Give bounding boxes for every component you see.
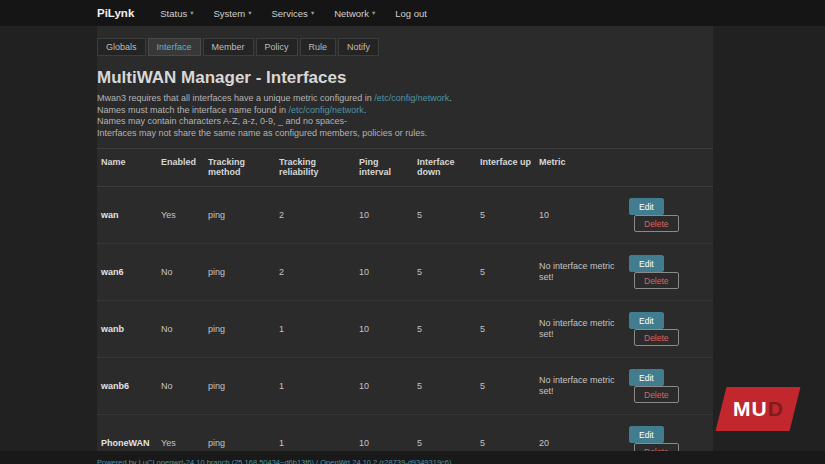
cell-interface-up: 5 [476, 301, 535, 358]
cell-tracking-reliability: 2 [275, 244, 355, 301]
cell-enabled: Yes [157, 187, 204, 244]
tab-globals[interactable]: Globals [97, 38, 146, 56]
header-metric: Metric [535, 149, 625, 187]
header-name: Name [97, 149, 157, 187]
cell-tracking-method: ping [204, 244, 275, 301]
header-tracking-method: Tracking method [204, 149, 275, 187]
config-network-link[interactable]: /etc/config/network [374, 93, 449, 103]
top-navbar: PiLynk Status ▾ System ▾ Services ▾ Netw… [0, 0, 825, 26]
table-row: wanb No ping 1 10 5 5 No interface metri… [97, 301, 713, 358]
cell-actions: Edit Delete [625, 358, 713, 415]
table-row: wanb6 No ping 1 10 5 5 No interface metr… [97, 358, 713, 415]
cell-tracking-method: ping [204, 301, 275, 358]
brand-logo[interactable]: PiLynk [97, 7, 134, 19]
header-enabled: Enabled [157, 149, 204, 187]
tab-rule[interactable]: Rule [300, 38, 337, 56]
cell-ping-interval: 10 [355, 358, 413, 415]
header-interface-up: Interface up [476, 149, 535, 187]
cell-ping-interval: 10 [355, 301, 413, 358]
cell-metric: No interface metric set! [535, 244, 625, 301]
edit-button[interactable]: Edit [629, 369, 664, 386]
page-title: MultiWAN Manager - Interfaces [97, 68, 713, 88]
description-line: Mwan3 requires that all interfaces have … [97, 93, 713, 105]
tab-policy[interactable]: Policy [256, 38, 298, 56]
cell-name: wan [97, 187, 157, 244]
cell-metric: No interface metric set! [535, 301, 625, 358]
table-row: wan Yes ping 2 10 5 5 10 Edit Delete [97, 187, 713, 244]
nav-logout-label: Log out [395, 8, 427, 19]
cell-enabled: No [157, 358, 204, 415]
delete-button[interactable]: Delete [634, 215, 679, 232]
header-interface-down: Interface down [413, 149, 476, 187]
cell-enabled: No [157, 244, 204, 301]
chevron-down-icon: ▾ [248, 9, 251, 17]
tab-notify[interactable]: Notify [338, 38, 379, 56]
mud-logo-mu: MU [733, 397, 768, 420]
description-text: . [449, 93, 452, 103]
nav-status[interactable]: Status ▾ [160, 8, 193, 19]
description-line: Names must match the interface name foun… [97, 105, 713, 117]
config-network-link[interactable]: /etc/config/network [289, 105, 364, 115]
description-line: Interfaces may not share the same name a… [97, 128, 713, 140]
description-line: Names may contain characters A-Z, a-z, 0… [97, 116, 713, 128]
cell-tracking-reliability: 1 [275, 358, 355, 415]
header-actions [625, 149, 713, 187]
table-header-row: Name Enabled Tracking method Tracking re… [97, 149, 713, 187]
mud-logo-text: MUD [733, 397, 784, 421]
cell-interface-down: 5 [413, 301, 476, 358]
cell-tracking-method: ping [204, 187, 275, 244]
edit-button[interactable]: Edit [629, 198, 664, 215]
nav-status-label: Status [160, 8, 187, 19]
edit-button[interactable]: Edit [629, 255, 664, 272]
cell-actions: Edit Delete [625, 187, 713, 244]
header-tracking-reliability: Tracking reliability [275, 149, 355, 187]
cell-interface-down: 5 [413, 244, 476, 301]
cell-metric: No interface metric set! [535, 358, 625, 415]
nav-network[interactable]: Network ▾ [334, 8, 375, 19]
nav-system[interactable]: System ▾ [213, 8, 251, 19]
cell-actions: Edit Delete [625, 301, 713, 358]
cell-name: wanb6 [97, 358, 157, 415]
nav-services-label: Services [271, 8, 307, 19]
cell-enabled: No [157, 301, 204, 358]
footer-bar: Powered by LuCI openwrt-24.10 branch (25… [0, 451, 825, 464]
delete-button[interactable]: Delete [634, 329, 679, 346]
cell-interface-down: 5 [413, 187, 476, 244]
cell-ping-interval: 10 [355, 244, 413, 301]
main-content: Globals Interface Member Policy Rule Not… [97, 26, 713, 464]
cell-tracking-reliability: 1 [275, 301, 355, 358]
description-text: Mwan3 requires that all interfaces have … [97, 93, 374, 103]
nav-system-label: System [213, 8, 245, 19]
chevron-down-icon: ▾ [190, 9, 193, 17]
mud-logo: MUD [716, 387, 801, 431]
cell-actions: Edit Delete [625, 244, 713, 301]
delete-button[interactable]: Delete [634, 272, 679, 289]
cell-ping-interval: 10 [355, 187, 413, 244]
description-text: Names may contain characters A-Z, a-z, 0… [97, 116, 347, 126]
header-ping-interval: Ping interval [355, 149, 413, 187]
delete-button[interactable]: Delete [634, 386, 679, 403]
tab-member[interactable]: Member [203, 38, 254, 56]
chevron-down-icon: ▾ [372, 9, 375, 17]
table-row: wan6 No ping 2 10 5 5 No interface metri… [97, 244, 713, 301]
cell-interface-up: 5 [476, 244, 535, 301]
nav-logout[interactable]: Log out [395, 8, 427, 19]
cell-metric: 10 [535, 187, 625, 244]
interfaces-table: Name Enabled Tracking method Tracking re… [97, 148, 713, 464]
chevron-down-icon: ▾ [311, 9, 314, 17]
edit-button[interactable]: Edit [629, 426, 664, 443]
nav-services[interactable]: Services ▾ [271, 8, 314, 19]
description-text: . [364, 105, 367, 115]
description-text: Names must match the interface name foun… [97, 105, 289, 115]
mud-logo-d: D [767, 397, 783, 420]
section-tabs: Globals Interface Member Policy Rule Not… [97, 38, 713, 56]
tab-interface[interactable]: Interface [148, 38, 201, 56]
page-description: Mwan3 requires that all interfaces have … [97, 93, 713, 139]
cell-name: wanb [97, 301, 157, 358]
cell-tracking-method: ping [204, 358, 275, 415]
powered-by-text[interactable]: Powered by LuCI openwrt-24.10 branch (25… [97, 458, 451, 464]
cell-name: wan6 [97, 244, 157, 301]
cell-tracking-reliability: 2 [275, 187, 355, 244]
nav-network-label: Network [334, 8, 369, 19]
edit-button[interactable]: Edit [629, 312, 664, 329]
